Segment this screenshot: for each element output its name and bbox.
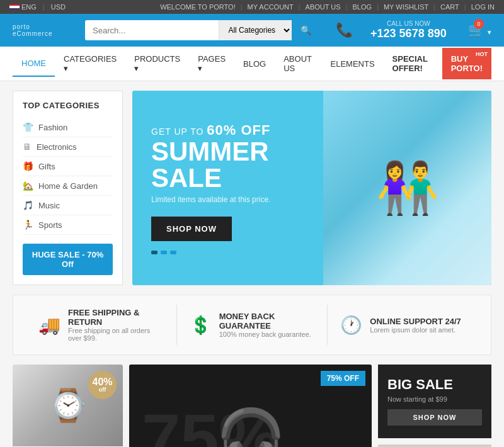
nav-right: SPECIAL OFFER! BUY PORTO! HOT	[384, 47, 491, 81]
sidebar-title: TOP CATEGORIES	[23, 101, 113, 110]
nav-elements[interactable]: ELEMENTS	[321, 52, 383, 76]
language-selector[interactable]: ENG	[9, 3, 37, 11]
watch-promo-card: 40% off ⌚ $450.00 $270.00 Watches Mega S…	[13, 365, 123, 447]
banner-subtitle: GET UP TO 60% OFF	[151, 122, 304, 139]
sports-icon: 🏃	[23, 220, 33, 230]
banner-image: 👫	[323, 91, 491, 285]
phone-number: +123 5678 890	[358, 27, 459, 40]
headphone-image: 🎧	[215, 405, 286, 448]
cat-home-garden[interactable]: 🏡 Home & Garden	[23, 176, 113, 196]
nav-blog[interactable]: BLOG	[234, 52, 275, 76]
header: porto eCommerce All Categories Fashion E…	[0, 14, 504, 47]
flag-icon	[9, 4, 20, 10]
nav-categories[interactable]: CATEGORIES ▾	[55, 47, 125, 81]
cat-fashion-label: Fashion	[38, 123, 67, 132]
phone-info: CALL US NOW +123 5678 890	[358, 20, 459, 40]
home-icon: 🏡	[23, 181, 33, 191]
login-link[interactable]: LOG IN	[471, 3, 495, 11]
cat-sports-label: Sports	[38, 220, 62, 230]
main-nav: HOME CATEGORIES ▾ PRODUCTS ▾ PAGES ▾ BLO…	[0, 47, 504, 81]
big-sale-title: BIG SALE	[387, 377, 482, 392]
cat-electronics-label: Electronics	[37, 142, 77, 152]
headphone-promo-card: 75% 75% OFF 🎧 HUGE SALE Now starting at …	[129, 365, 372, 447]
money-icon: 💲	[190, 315, 212, 336]
nav-pages[interactable]: PAGES ▾	[189, 47, 234, 81]
feature-support-text: ONLINE SUPPORT 24/7 Lorem ipsum dolor si…	[370, 317, 461, 334]
category-list: 👕 Fashion 🖥 Electronics 🎁 Gifts 🏡 Home &…	[23, 118, 113, 235]
fashion-icon: 👕	[23, 122, 33, 132]
banner-shop-button[interactable]: SHOP NOW	[151, 217, 232, 241]
top-bar: ENG | USD WELCOME TO PORTO! | MY ACCOUNT…	[0, 0, 504, 14]
phone-area: 📞 CALL US NOW +123 5678 890	[336, 20, 459, 40]
logo-text: porto	[13, 23, 76, 30]
cart-badge: 0	[474, 19, 484, 29]
category-select[interactable]: All Categories Fashion Electronics	[219, 20, 292, 40]
nav-home[interactable]: HOME	[13, 51, 55, 77]
cat-sports[interactable]: 🏃 Sports	[23, 215, 113, 235]
cat-fashion[interactable]: 👕 Fashion	[23, 118, 113, 137]
shipping-icon: 🚚	[38, 315, 60, 336]
feature-money-back: 💲 MONEY BACK GUARANTEE 100% money back g…	[177, 305, 328, 345]
call-label: CALL US NOW	[358, 20, 459, 27]
my-account-link[interactable]: MY ACCOUNT	[248, 3, 294, 11]
big-sale-card: BIG SALE Now starting at $99 SHOP NOW	[378, 365, 491, 438]
wishlist-link[interactable]: MY WISHLIST	[384, 3, 428, 11]
main-content: TOP CATEGORIES 👕 Fashion 🖥 Electronics 🎁…	[0, 81, 504, 295]
feature-support-desc: Lorem ipsum dolor sit amet.	[370, 326, 461, 334]
blog-link[interactable]: BLOG	[352, 3, 372, 11]
about-us-link[interactable]: ABOUT US	[306, 3, 341, 11]
logo-sub: eCommerce	[13, 30, 76, 37]
dot-2[interactable]	[161, 251, 167, 254]
feature-shipping-desc: Free shipping on all orders over $99.	[68, 327, 164, 342]
watch-pct: 40%	[92, 377, 112, 387]
nav-buy-porto[interactable]: BUY PORTO! HOT	[442, 48, 491, 79]
dot-1[interactable]	[151, 251, 158, 254]
banner-dots	[151, 251, 304, 254]
nav-about[interactable]: ABOUT US	[275, 47, 321, 81]
search-button[interactable]: 🔍	[292, 20, 320, 40]
nav-products[interactable]: PRODUCTS ▾	[125, 47, 189, 81]
big-sale-desc: Now starting at $99	[387, 395, 482, 403]
promo-right-column: BIG SALE Now starting at $99 SHOP NOW AM…	[378, 365, 491, 447]
feature-money-title: MONEY BACK GUARANTEE	[219, 312, 315, 331]
banner-percent: 60% OFF	[207, 122, 270, 138]
sidebar: TOP CATEGORIES 👕 Fashion 🖥 Electronics 🎁…	[13, 91, 123, 285]
cart-link-top[interactable]: CART	[440, 3, 459, 11]
features-bar: 🚚 FREE SHIPPING & RETURN Free shipping o…	[13, 295, 491, 355]
feature-shipping-title: FREE SHIPPING & RETURN	[68, 308, 164, 327]
feature-support-title: ONLINE SUPPORT 24/7	[370, 317, 461, 326]
nav-special-offer[interactable]: SPECIAL OFFER!	[384, 47, 442, 81]
feature-money-desc: 100% money back guarantee.	[219, 331, 315, 338]
dot-3[interactable]	[170, 251, 176, 254]
hot-badge: HOT	[473, 50, 490, 58]
banner-text: GET UP TO 60% OFF SUMMER SALE Limited it…	[132, 103, 323, 273]
search-input[interactable]	[85, 20, 219, 40]
big-sale-button[interactable]: SHOP NOW	[387, 409, 482, 426]
cat-gifts-label: Gifts	[38, 162, 55, 171]
cart-dropdown-icon: ▾	[488, 28, 491, 36]
top-bar-right: WELCOME TO PORTO! | MY ACCOUNT | ABOUT U…	[160, 3, 495, 11]
cat-music[interactable]: 🎵 Music	[23, 196, 113, 215]
cat-electronics[interactable]: 🖥 Electronics	[23, 137, 113, 157]
currency-selector[interactable]: USD	[51, 3, 66, 11]
phone-icon: 📞	[336, 22, 353, 38]
cat-music-label: Music	[38, 201, 60, 210]
feature-support: 🕐 ONLINE SUPPORT 24/7 Lorem ipsum dolor …	[328, 305, 478, 345]
huge-sale-button[interactable]: HUGE SALE - 70% Off	[23, 244, 113, 275]
welcome-text: WELCOME TO PORTO!	[160, 3, 236, 11]
support-icon: 🕐	[340, 315, 362, 336]
headphone-ribbon: 75% OFF	[321, 371, 365, 386]
electronics-icon: 🖥	[23, 142, 32, 152]
banner-title: SUMMER SALE	[151, 139, 304, 191]
cat-home-label: Home & Garden	[38, 181, 98, 191]
product-section: 40% off ⌚ $450.00 $270.00 Watches Mega S…	[0, 355, 504, 447]
logo[interactable]: porto eCommerce	[13, 23, 76, 37]
banner-desc: Limited items available at this price.	[151, 195, 304, 204]
music-icon: 🎵	[23, 200, 33, 210]
watch-badge: 40% off	[88, 371, 117, 399]
collection-card: AMAZING COLLECTION CHECK OUR DISCOUNTS	[378, 444, 491, 447]
hero-banner: GET UP TO 60% OFF SUMMER SALE Limited it…	[132, 91, 491, 285]
feature-shipping: 🚚 FREE SHIPPING & RETURN Free shipping o…	[26, 305, 177, 345]
cart-area[interactable]: 🛒 0 ▾	[468, 22, 491, 38]
cat-gifts[interactable]: 🎁 Gifts	[23, 157, 113, 176]
